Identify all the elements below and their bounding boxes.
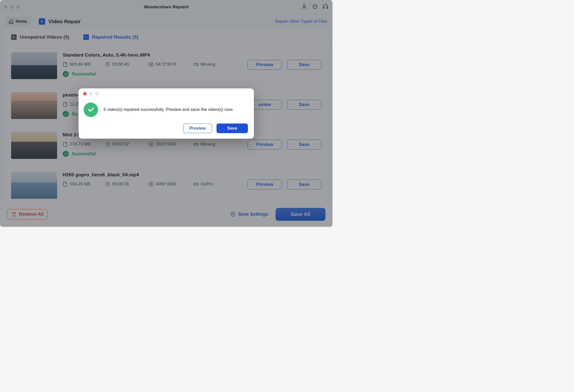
dialog-window-controls xyxy=(83,92,249,95)
dialog-preview-button[interactable]: Preview xyxy=(183,124,212,133)
dialog-minimize-icon xyxy=(89,92,93,95)
dialog-maximize-icon xyxy=(95,92,99,95)
dialog-save-button[interactable]: Save xyxy=(217,124,248,133)
modal-overlay: 5 video(s) repaired successfully. Previe… xyxy=(0,0,332,227)
success-check-icon xyxy=(84,103,98,117)
dialog-close-icon[interactable] xyxy=(83,92,87,95)
dialog: 5 video(s) repaired successfully. Previe… xyxy=(79,88,254,139)
dialog-message: 5 video(s) repaired successfully. Previe… xyxy=(104,107,233,112)
